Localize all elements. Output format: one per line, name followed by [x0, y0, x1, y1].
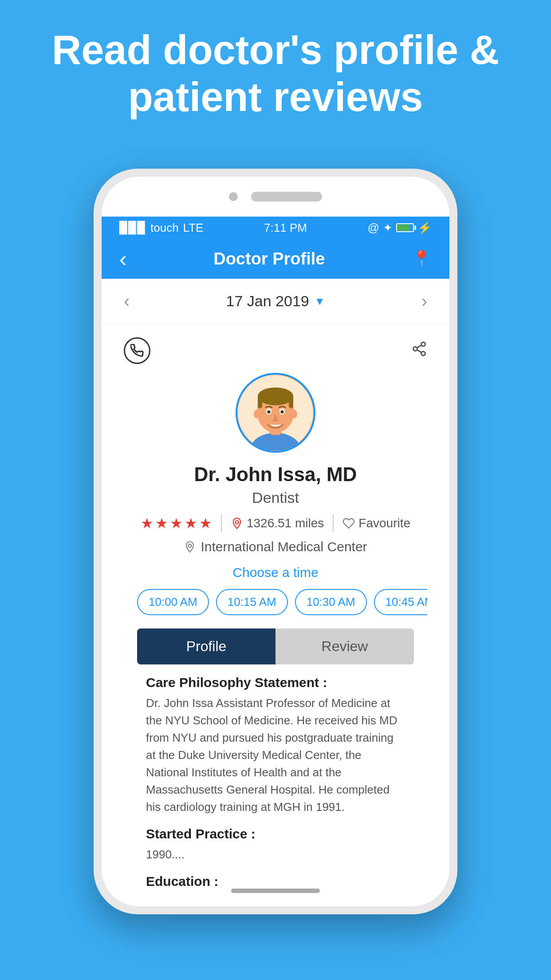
clinic-name: International Medical Center	[201, 539, 367, 554]
status-left: ▉▉▉ touch LTE	[119, 221, 203, 235]
svg-line-4	[417, 345, 421, 348]
at-icon: @	[368, 221, 379, 235]
charging-icon: ⚡	[417, 221, 432, 235]
svg-point-2	[421, 352, 425, 356]
tab-review[interactable]: Review	[276, 628, 414, 664]
svg-point-9	[258, 387, 293, 405]
hero-title: Read doctor's profile & patient reviews	[35, 27, 516, 121]
call-button[interactable]	[124, 337, 150, 364]
started-practice-body: 1990....	[146, 846, 405, 863]
phone-top-bar	[102, 177, 449, 217]
carrier-name: touch	[150, 221, 179, 235]
svg-point-16	[254, 410, 260, 419]
care-philosophy-body: Dr. John Issa Assistant Professor of Med…	[146, 695, 405, 816]
stats-divider	[221, 514, 222, 532]
time-slot-0[interactable]: 10:00 AM	[137, 589, 209, 615]
phone-share-row	[124, 337, 427, 364]
choose-time-label: Choose a time	[124, 565, 427, 580]
status-time: 7:11 PM	[264, 221, 307, 235]
back-button[interactable]: ‹	[119, 246, 127, 272]
svg-point-19	[189, 544, 192, 547]
svg-point-1	[413, 347, 417, 351]
doctor-section: Dr. John Issa, MD Dentist ★ ★ ★ ★ ★	[102, 324, 449, 902]
phone-screen: ▉▉▉ touch LTE 7:11 PM @ ✦ ⚡ ‹ Doctor Pro…	[102, 177, 449, 906]
profile-content: Care Philosophy Statement : Dr. John Iss…	[124, 675, 427, 889]
svg-rect-10	[258, 395, 262, 408]
time-slot-3[interactable]: 10:45 AM	[374, 589, 427, 615]
next-date-button[interactable]: ›	[421, 291, 427, 311]
time-slot-2[interactable]: 10:30 AM	[295, 589, 367, 615]
time-slots-container: 10:00 AM 10:15 AM 10:30 AM 10:45 AM 11:0…	[124, 589, 427, 615]
education-title: Education :	[146, 874, 405, 889]
time-slot-1[interactable]: 10:15 AM	[216, 589, 288, 615]
location-icon[interactable]: 📍	[412, 249, 432, 268]
stats-row: ★ ★ ★ ★ ★ 1326.51 miles	[124, 514, 427, 532]
hero-section: Read doctor's profile & patient reviews	[0, 27, 551, 121]
date-display: 17 Jan 2019 ▼	[226, 292, 325, 310]
favourite-button[interactable]: Favourite	[342, 516, 410, 530]
favourite-label: Favourite	[358, 516, 410, 530]
distance-display: 1326.51 miles	[231, 516, 324, 530]
home-bar	[231, 889, 320, 893]
date-text: 17 Jan 2019	[226, 292, 309, 310]
camera-dot	[229, 192, 238, 201]
star-3: ★	[170, 515, 183, 532]
svg-point-17	[291, 410, 297, 419]
distance-text: 1326.51 miles	[247, 516, 324, 530]
app-header-title: Doctor Profile	[213, 249, 325, 269]
svg-point-0	[421, 342, 425, 346]
star-5: ★	[199, 515, 212, 532]
signal-icon: ▉▉▉	[119, 221, 146, 235]
phone-frame: ▉▉▉ touch LTE 7:11 PM @ ✦ ⚡ ‹ Doctor Pro…	[94, 169, 457, 914]
star-4: ★	[185, 515, 197, 532]
started-practice-title: Started Practice :	[146, 826, 405, 842]
network-type: LTE	[183, 221, 204, 235]
svg-point-15	[281, 411, 284, 414]
content-area: ‹ 17 Jan 2019 ▼ ›	[102, 279, 449, 906]
status-right: @ ✦ ⚡	[368, 221, 432, 235]
care-philosophy-title: Care Philosophy Statement :	[146, 675, 405, 690]
svg-point-14	[268, 411, 271, 414]
battery-icon	[396, 223, 414, 232]
avatar-container	[124, 373, 427, 453]
app-header: ‹ Doctor Profile 📍	[102, 239, 449, 279]
date-navigation: ‹ 17 Jan 2019 ▼ ›	[102, 279, 449, 324]
doctor-specialty: Dentist	[124, 489, 427, 506]
status-bar: ▉▉▉ touch LTE 7:11 PM @ ✦ ⚡	[102, 217, 449, 239]
speaker-bar	[251, 192, 322, 202]
stats-divider-2	[333, 514, 334, 532]
date-dropdown-icon[interactable]: ▼	[315, 295, 325, 308]
avatar	[236, 373, 315, 453]
star-1: ★	[141, 515, 153, 532]
svg-point-18	[235, 521, 238, 524]
prev-date-button[interactable]: ‹	[124, 291, 130, 311]
svg-rect-11	[289, 395, 293, 408]
battery-fill	[398, 225, 409, 231]
tab-bar: Profile Review	[137, 628, 414, 664]
star-2: ★	[155, 515, 168, 532]
tab-profile[interactable]: Profile	[137, 628, 276, 664]
clinic-location: International Medical Center	[124, 539, 427, 554]
share-button[interactable]	[411, 341, 427, 361]
rating-stars: ★ ★ ★ ★ ★	[141, 515, 212, 532]
doctor-name: Dr. John Issa, MD	[124, 463, 427, 486]
svg-line-3	[417, 350, 421, 352]
bluetooth-icon: ✦	[383, 221, 393, 235]
